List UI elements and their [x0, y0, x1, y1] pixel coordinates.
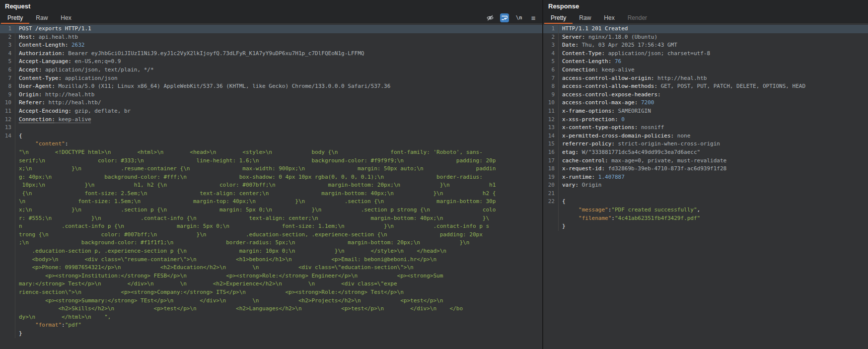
code-line[interactable]: 7Content-Type: application/json: [0, 74, 542, 83]
code-line[interactable]: 10access-control-max-age: 7200: [543, 99, 868, 107]
code-line[interactable]: 13: [0, 124, 542, 132]
code-line[interactable]: 8access-control-allow-methods: GET, POST…: [543, 82, 868, 91]
code-line[interactable]: dy>\n </html>\n ",: [0, 313, 542, 322]
code-line[interactable]: 3Content-Length: 2632: [0, 41, 542, 50]
line-content: HTTP/1.1 201 Created: [558, 25, 868, 33]
code-line[interactable]: 18x-request-id: fd32869b-39eb-4710-873f-…: [543, 165, 868, 173]
code-line[interactable]: .education-section p, .experience-sectio…: [0, 247, 542, 256]
code-line[interactable]: 10px;\n }\n h1, h2 {\n color: #007bff;\n…: [0, 181, 542, 190]
code-line[interactable]: 20vary: Origin: [543, 181, 868, 190]
code-line[interactable]: 1HTTP/1.1 201 Created: [543, 25, 868, 33]
code-line[interactable]: 8User-Agent: Mozilla/5.0 (X11; Linux x86…: [0, 82, 542, 91]
code-line[interactable]: 22{: [543, 198, 868, 206]
code-line[interactable]: 15referrer-policy: strict-origin-when-cr…: [543, 140, 868, 148]
code-line[interactable]: {\n font-size: 2.5em;\n text-align: cent…: [0, 190, 542, 198]
code-line[interactable]: 4Content-Type: application/json; charset…: [543, 50, 868, 58]
code-line[interactable]: }: [0, 330, 542, 338]
tab-pretty[interactable]: Pretty: [1, 12, 29, 23]
code-line[interactable]: 2Server: nginx/1.18.0 (Ubuntu): [543, 33, 868, 42]
code-line[interactable]: 11Accept-Encoding: gzip, deflate, br: [0, 107, 542, 116]
code-line[interactable]: 10Referer: http://heal.htb/: [0, 99, 542, 107]
line-content: x-frame-options: SAMEORIGIN: [558, 107, 868, 116]
line-number: [0, 206, 15, 214]
code-line[interactable]: <p><strong>Summary:</strong> TEst</p>\n …: [0, 297, 542, 305]
hide-response-eye-slash-icon[interactable]: [486, 13, 495, 22]
code-line[interactable]: trong {\n color: #007bff;\n }\n .educati…: [0, 231, 542, 239]
code-line[interactable]: g: 40px;\n background-color: #fff;\n box…: [0, 173, 542, 182]
code-line[interactable]: serif;\n color: #333;\n line-height: 1.6…: [0, 157, 542, 165]
code-line[interactable]: <p><strong>Institution:</strong> FESB</p…: [0, 272, 542, 280]
code-line[interactable]: 5Accept-Language: en-US,en;q=0.9: [0, 58, 542, 66]
tab-raw[interactable]: Raw: [29, 12, 54, 23]
code-line[interactable]: 5Content-Length: 76: [543, 58, 868, 66]
line-number: 13: [0, 124, 15, 132]
code-line[interactable]: 6Connection: keep-alive: [543, 66, 868, 74]
line-content: n .contact-info p {\n margin: 5px 0;\n f…: [15, 222, 542, 231]
code-line[interactable]: n .contact-info p {\n margin: 5px 0;\n f…: [0, 222, 542, 231]
code-line[interactable]: 6Accept: application/json, text/plain, *…: [0, 66, 542, 74]
code-line[interactable]: "format":"pdf": [0, 321, 542, 330]
code-line[interactable]: <h2>Skills</h2>\n <p>test</p>\n <h2>Lang…: [0, 305, 542, 313]
request-editor[interactable]: 1POST /exports HTTP/1.12Host: api.heal.h…: [0, 24, 542, 349]
code-line[interactable]: 1POST /exports HTTP/1.1: [0, 25, 542, 33]
line-content: {: [15, 132, 542, 140]
code-line[interactable]: r: #555;\n }\n .contact-info {\n text-al…: [0, 214, 542, 223]
tab-raw[interactable]: Raw: [573, 12, 597, 23]
code-line[interactable]: 14{: [0, 132, 542, 140]
code-line[interactable]: 21: [543, 190, 868, 198]
line-content: "message":"PDF created successfully",: [558, 206, 868, 214]
show-newlines-icon[interactable]: \n: [514, 13, 523, 22]
code-line[interactable]: 2Host: api.heal.htb: [0, 33, 542, 42]
code-line[interactable]: <p>Phone: 09987654321</p>\n <h2>Educatio…: [0, 264, 542, 272]
line-number: [0, 256, 15, 264]
code-line[interactable]: 12Connection: keep-alive: [0, 116, 542, 124]
line-content: g: 40px;\n background-color: #fff;\n box…: [15, 173, 542, 182]
line-number: [0, 157, 15, 165]
code-line[interactable]: 13x-content-type-options: nosniff: [543, 124, 868, 132]
line-number: 9: [0, 91, 15, 99]
code-line[interactable]: 12x-xss-protection: 0: [543, 116, 868, 124]
code-line[interactable]: 9Origin: http://heal.htb: [0, 91, 542, 99]
code-line[interactable]: 9access-control-expose-headers:: [543, 91, 868, 99]
code-line[interactable]: 3Date: Thu, 03 Apr 2025 17:56:43 GMT: [543, 41, 868, 50]
tab-pretty[interactable]: Pretty: [544, 12, 573, 23]
request-toolbar: \n ≡: [486, 12, 542, 23]
code-line[interactable]: ;\n background-color: #f1f1f1;\n border-…: [0, 239, 542, 247]
code-line[interactable]: "message":"PDF created successfully",: [543, 206, 868, 214]
line-content: "filename":"4c41ab62351fb4f3429f.pdf": [558, 214, 868, 223]
line-number: 3: [543, 41, 558, 50]
code-line[interactable]: x;\n }\n .resume-container {\n max-width…: [0, 165, 542, 173]
code-line[interactable]: 4Authorization: Bearer eyJhbGciOiJIUzI1N…: [0, 50, 542, 58]
soft-wrap-icon[interactable]: [500, 13, 509, 22]
code-line[interactable]: "filename":"4c41ab62351fb4f3429f.pdf": [543, 214, 868, 223]
tab-hex[interactable]: Hex: [54, 12, 77, 23]
code-line[interactable]: "\n <!DOCTYPE html>\n <html>\n <head>\n …: [0, 148, 542, 157]
line-content: x-request-id: fd32869b-39eb-4710-873f-ac…: [558, 165, 868, 173]
code-line[interactable]: 17cache-control: max-age=0, private, mus…: [543, 157, 868, 165]
line-content: dy>\n </html>\n ",: [15, 313, 542, 322]
line-number: [0, 165, 15, 173]
line-number: [0, 231, 15, 239]
line-number: 12: [543, 116, 558, 124]
request-header: Request: [0, 0, 542, 12]
code-line[interactable]: 11x-frame-options: SAMEORIGIN: [543, 107, 868, 116]
code-line[interactable]: <body>\n <div class=\"resume-container\"…: [0, 256, 542, 264]
code-line[interactable]: "content":: [0, 140, 542, 148]
tab-hex[interactable]: Hex: [597, 12, 621, 23]
code-line[interactable]: }: [543, 222, 868, 231]
line-content: rience-section\">\n <p><strong>Company:<…: [15, 288, 542, 297]
request-panel: Request PrettyRawHex: [0, 0, 542, 349]
line-content: r: #555;\n }\n .contact-info {\n text-al…: [15, 214, 542, 223]
editor-menu-icon[interactable]: ≡: [529, 13, 538, 22]
code-line[interactable]: x;\n }\n .section p {\n margin: 5px 0;\n…: [0, 206, 542, 214]
code-line[interactable]: \n font-size: 1.5em;\n margin-top: 40px;…: [0, 198, 542, 206]
code-line[interactable]: 19x-runtime: 1.407887: [543, 173, 868, 182]
code-line[interactable]: rience-section\">\n <p><strong>Company:<…: [0, 288, 542, 297]
line-number: 20: [543, 181, 558, 190]
code-line[interactable]: 7access-control-allow-origin: http://hea…: [543, 74, 868, 83]
line-number: 6: [0, 66, 15, 74]
code-line[interactable]: 16etag: W/"333881771dc5a4c49dd99c3ea7d6a…: [543, 148, 868, 157]
response-editor[interactable]: 1HTTP/1.1 201 Created2Server: nginx/1.18…: [543, 24, 868, 349]
code-line[interactable]: 14x-permitted-cross-domain-policies: non…: [543, 132, 868, 140]
code-line[interactable]: mary:</strong> Test</p>\n </div>\n \n <h…: [0, 280, 542, 288]
